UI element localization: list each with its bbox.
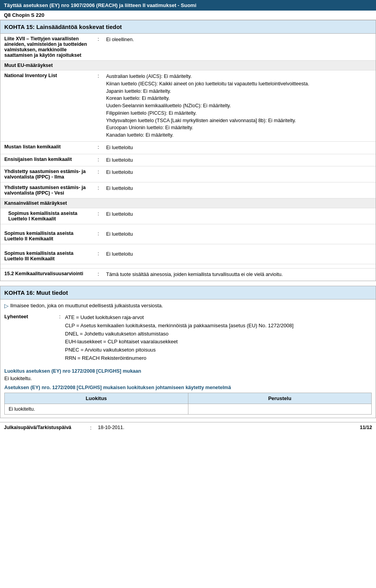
flag-icon: ▷ [4,303,9,309]
abbreviations-value: ATE = Uudet luokituksen raja-arvot CLP =… [65,314,372,363]
section152-value: Tämä tuote sisältää ainesosia, joiden ke… [102,269,376,281]
sopimus3-colon: : [94,248,102,264]
nzioc-text: Uuden-Seelannin kemikaaliluettelo (NZIoC… [106,102,372,110]
sopimus2-label: Sopimus kemiallisista aseista Luettelo I… [0,228,94,244]
section152-label: 15.2 Kemikaaliturvalisuusarviointi [0,269,94,281]
flag-text: Ilmaisee tiedon, joka on muuttunut edell… [10,303,163,308]
sopimus1-colon: : [94,208,102,224]
table-header-perustelu: Perustelu [188,393,372,404]
liite-row: Liite XVII – Tiettyjen vaarallisten aine… [0,34,376,61]
table-cell-luokitus: Ei luokiteltu. [5,404,188,414]
abbr-ate: ATE = Uudet luokituksen raja-arvot [65,314,372,322]
sopimus3-row: Sopimus kemiallisista aseista Luettelo I… [0,248,376,264]
sopimus1-label: Sopimus kemiallisista aseista Luettelo I… [0,208,94,224]
footer-page: 11/12 [360,425,372,430]
section16-header: KOHTA 16: Muut tiedot [0,286,376,299]
yhdistetty-ilma-value: Ei luetteloitu [102,166,376,182]
sopimus2-value: Ei luetteloitu [102,228,376,244]
footer-label: Julkaisupäivä/Tarkistuspäivä [4,425,90,430]
classification-text1: Ei luokiteltu. [4,375,372,381]
ensisijaisen-colon: : [94,154,102,166]
classification-table: Luokitus Perustelu Ei luokiteltu. [4,393,372,415]
table-header-luokitus: Luokitus [5,393,188,404]
japan-text: Japanin luettelo: Ei määritelty. [106,88,372,95]
national-inventory-value: Australian luettelo (AICS): Ei määritelt… [102,70,376,141]
iecsc-text: Kiinan luettelo (IECSC): Kaikki aineet o… [106,80,372,88]
mustan-colon: : [94,142,102,154]
aics-text: Australian luettelo (AICS): Ei määritelt… [106,73,372,80]
eu-text: Euroopan Unionin luettelo: Ei määritelty… [106,124,372,132]
liite-value: Ei oleellinen. [102,34,376,60]
yhdistetty-vesi-value: Ei luetteloitu [102,182,376,198]
table-row: Ei luokiteltu. [5,404,372,414]
header-title: Täyttää asetuksen (EY) nro 1907/2006 (RE… [4,2,196,8]
abbr-pnec: PNEC = Arvioitu vaikutukseton pitoisuus [65,346,372,354]
section16-block: ▷ Ilmaisee tiedon, joka on muuttunut ede… [0,299,376,418]
table-cell-perustelu [188,404,372,414]
yhdistetty-ilma-colon: : [94,166,102,182]
kansainvaliset-subheader: Kansainväliset määräykset [0,198,376,208]
korean-text: Korean luettelo: Ei määritelty. [106,95,372,102]
yhdistetty-ilma-row: Yhdistetty saastumisen estämis- ja valvo… [0,166,376,182]
sopimus1-row: Sopimus kemiallisista aseista Luettelo I… [0,208,376,224]
footer-value: 18-10-2011. [98,425,360,430]
national-inventory-colon: : [94,70,102,141]
liite-label: Liite XVII – Tiettyjen vaarallisten aine… [0,34,94,60]
abbr-clp: CLP = Asetus kemikaalien luokituksesta, … [65,322,372,330]
section152-row: 15.2 Kemikaaliturvalisuusarviointi : Täm… [0,268,376,281]
classification-link1[interactable]: Luokitus asetuksen (EY) nro 1272/2008 [C… [4,368,372,374]
liite-colon: : [94,34,102,60]
flag-notice: ▷ Ilmaisee tiedon, joka on muuttunut ede… [4,303,372,309]
abbreviations-label: Lyhenteet [4,314,59,363]
yhdistetty-vesi-label: Yhdistetty saastumisen estämis- ja valvo… [0,182,94,198]
classification-link2[interactable]: Asetuksen (EY) nro. 1272/2008 [CLP/GHS] … [4,384,372,390]
section152-colon: : [94,269,102,281]
abbreviations-row: Lyhenteet : ATE = Uudet luokituksen raja… [4,312,372,364]
sopimus2-row: Sopimus kemiallisista aseista Luettelo I… [0,228,376,244]
sopimus1-value: Ei luetteloitu [102,208,376,224]
section15-block: Liite XVII – Tiettyjen vaarallisten aine… [0,34,376,281]
mustan-value: Ei luetteloitu [102,142,376,154]
page-header: Täyttää asetuksen (EY) nro 1907/2006 (RE… [0,0,376,11]
ensisijaisen-value: Ei luetteloitu [102,154,376,166]
national-inventory-row: National Inventory List : Australian lue… [0,70,376,142]
section15-header: KOHTA 15: Lainsäädäntöä koskevat tiedot [0,20,376,34]
footer: Julkaisupäivä/Tarkistuspäivä : 18-10-201… [0,422,376,433]
eu-subheader: Muut EU-määräykset [0,61,376,70]
product-name: Q8 Chopin S 220 [0,11,376,20]
footer-colon: : [90,425,98,431]
canada-text: Kanadan luettelo: Ei määritelty. [106,132,372,139]
yhdistetty-vesi-row: Yhdistetty saastumisen estämis- ja valvo… [0,182,376,198]
piccs-text: Filippiinien luettelo (PICCS): Ei määrit… [106,110,372,117]
sopimus2-colon: : [94,228,102,244]
yhdistetty-vesi-colon: : [94,182,102,198]
abbreviations-colon: : [59,314,65,363]
sopimus3-label: Sopimus kemiallisista aseista Luettelo I… [0,248,94,264]
mustan-label: Mustan listan kemikaalit [0,142,94,154]
sopimus3-value: Ei luetteloitu [102,248,376,264]
yhdistetty-ilma-label: Yhdistetty saastumisen estämis- ja valvo… [0,166,94,182]
abbr-dnel: DNEL = Johdettu vaikutukseton altistumis… [65,330,372,338]
abbr-euh: EUH-lausekkeet = CLP kohtaiset vaaralaus… [65,338,372,346]
ensisijaisen-label: Ensisijaisen listan kemikaalit [0,154,94,166]
mustan-row: Mustan listan kemikaalit : Ei luetteloit… [0,142,376,154]
tsca-text: Yhdysvaltojen luettelo (TSCA [Laki myrky… [106,117,372,124]
national-inventory-label: National Inventory List [0,70,94,141]
abbr-rrn: RRN = REACH Rekisteröintinumero [65,354,372,363]
ensisijaisen-row: Ensisijaisen listan kemikaalit : Ei luet… [0,154,376,167]
